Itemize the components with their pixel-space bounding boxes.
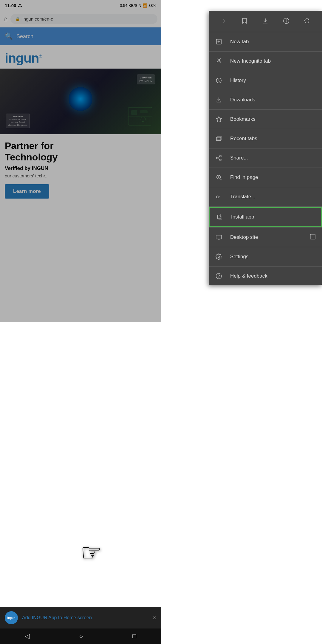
overlay-dim xyxy=(0,0,161,322)
